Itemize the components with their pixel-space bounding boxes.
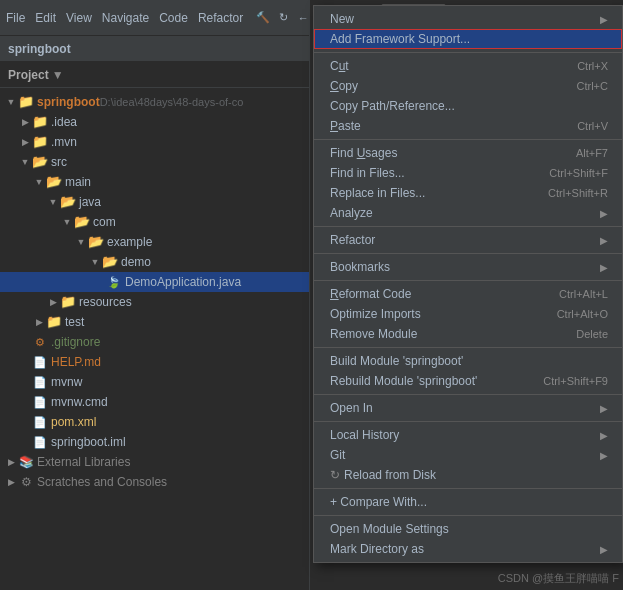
iml-label: springboot.iml [51,433,126,451]
reformat-shortcut: Ctrl+Alt+L [559,288,608,300]
list-item[interactable]: ▶ 📁 .idea [0,112,309,132]
bookmarks-label: Bookmarks [330,260,594,274]
example-label: example [107,233,152,251]
menu-item-optimize[interactable]: Optimize Imports Ctrl+Alt+O [314,304,622,324]
menu-item-compare[interactable]: + Compare With... [314,492,622,512]
menu-item-find-usages[interactable]: Find Usages Alt+F7 [314,143,622,163]
menu-file[interactable]: File [6,11,25,25]
bookmarks-arrow-icon: ▶ [600,262,608,273]
menu-view[interactable]: View [66,11,92,25]
menu-code[interactable]: Code [159,11,188,25]
menu-item-reload[interactable]: ↻ Reload from Disk [314,465,622,485]
paste-label: Paste [330,119,557,133]
tree-root[interactable]: ▼ 📁 springboot D:\idea\48days\48-days-of… [0,92,309,112]
copy-shortcut: Ctrl+C [577,80,608,92]
list-item[interactable]: ▶ 📁 .mvn [0,132,309,152]
menu-item-rebuild[interactable]: Rebuild Module 'springboot' Ctrl+Shift+F… [314,371,622,391]
list-item[interactable]: ▼ 📂 src [0,152,309,172]
open-in-label: Open In [330,401,594,415]
menu-item-open-in[interactable]: Open In ▶ [314,398,622,418]
panel-title: springboot [8,42,71,56]
list-item[interactable]: ▼ 📂 java [0,192,309,212]
copy-label: Copy [330,79,557,93]
refactor-label: Refactor [330,233,594,247]
find-files-label: Find in Files... [330,166,529,180]
list-item[interactable]: 🍃 DemoApplication.java [0,272,309,292]
menu-item-copy-path[interactable]: Copy Path/Reference... [314,96,622,116]
rebuild-label: Rebuild Module 'springboot' [330,374,523,388]
separator-7 [314,394,622,395]
list-item[interactable]: 📄 springboot.iml [0,432,309,452]
list-item[interactable]: ⚙ .gitignore [0,332,309,352]
menu-refactor[interactable]: Refactor [198,11,243,25]
menu-item-cut[interactable]: Cut Ctrl+X [314,56,622,76]
menu-item-analyze[interactable]: Analyze ▶ [314,203,622,223]
list-item[interactable]: ▼ 📂 com [0,212,309,232]
test-folder-icon: 📁 [46,314,62,330]
root-folder-icon: 📁 [18,94,34,110]
sync-icon[interactable]: ↻ [275,10,291,26]
menu-item-copy[interactable]: Copy Ctrl+C [314,76,622,96]
menu-item-build[interactable]: Build Module 'springboot' [314,351,622,371]
compare-label: + Compare With... [330,495,608,509]
menu-item-git[interactable]: Git ▶ [314,445,622,465]
analyze-label: Analyze [330,206,594,220]
root-path: D:\idea\48days\48-days-of-co [100,93,244,111]
cut-label: Cut [330,59,557,73]
menu-item-add-framework[interactable]: Add Framework Support... [314,29,622,49]
refactor-arrow-icon: ▶ [600,235,608,246]
scratches-label: Scratches and Consoles [37,473,167,491]
find-files-shortcut: Ctrl+Shift+F [549,167,608,179]
test-label: test [65,313,84,331]
list-item[interactable]: ▼ 📂 example [0,232,309,252]
mvnw-label: mvnw [51,373,82,391]
menu-navigate[interactable]: Navigate [102,11,149,25]
list-item[interactable]: 📄 pom.xml [0,412,309,432]
separator-5 [314,280,622,281]
list-item[interactable]: ▶ 📁 test [0,312,309,332]
menu-edit[interactable]: Edit [35,11,56,25]
menu-item-paste[interactable]: Paste Ctrl+V [314,116,622,136]
menu-item-remove-module[interactable]: Remove Module Delete [314,324,622,344]
replace-files-shortcut: Ctrl+Shift+R [548,187,608,199]
menu-item-local-history[interactable]: Local History ▶ [314,425,622,445]
demo-folder-icon: 📂 [102,254,118,270]
src-folder-icon: 📂 [32,154,48,170]
build-icon[interactable]: 🔨 [255,10,271,26]
separator-1 [314,52,622,53]
gitignore-icon: ⚙ [32,334,48,350]
new-arrow-icon: ▶ [600,14,608,25]
list-item[interactable]: ▼ 📂 demo [0,252,309,272]
menu-item-bookmarks[interactable]: Bookmarks ▶ [314,257,622,277]
file-tree: ▼ 📁 springboot D:\idea\48days\48-days-of… [0,88,309,496]
back-icon[interactable]: ← [295,10,311,26]
watermark: CSDN @摸鱼王胖喵喵 F [498,571,619,586]
idea-folder-icon: 📁 [32,114,48,130]
help-icon: 📄 [32,354,48,370]
open-module-settings-label: Open Module Settings [330,522,608,536]
mvnwcmd-label: mvnw.cmd [51,393,108,411]
list-item[interactable]: 📄 mvnw [0,372,309,392]
copy-path-label: Copy Path/Reference... [330,99,608,113]
menu-item-open-module-settings[interactable]: Open Module Settings [314,519,622,539]
menu-item-mark-dir[interactable]: Mark Directory as ▶ [314,539,622,559]
project-arrow[interactable]: ▼ [52,68,64,82]
com-label: com [93,213,116,231]
menu-item-new[interactable]: New ▶ [314,9,622,29]
menu-item-find-files[interactable]: Find in Files... Ctrl+Shift+F [314,163,622,183]
list-item[interactable]: ▶ 📁 resources [0,292,309,312]
menu-item-replace-files[interactable]: Replace in Files... Ctrl+Shift+R [314,183,622,203]
list-item[interactable]: ▶ 📚 External Libraries [0,452,309,472]
menu-item-reformat[interactable]: Reformat Code Ctrl+Alt+L [314,284,622,304]
resources-folder-icon: 📁 [60,294,76,310]
list-item[interactable]: ▶ ⚙ Scratches and Consoles [0,472,309,492]
separator-10 [314,515,622,516]
context-menu: New ▶ Add Framework Support... Cut Ctrl+… [313,5,623,563]
list-item[interactable]: 📄 mvnw.cmd [0,392,309,412]
list-item[interactable]: ▼ 📂 main [0,172,309,192]
resources-label: resources [79,293,132,311]
ide-panel: File Edit View Navigate Code Refactor 🔨 … [0,0,310,590]
mvnw-icon: 📄 [32,374,48,390]
menu-item-refactor[interactable]: Refactor ▶ [314,230,622,250]
list-item[interactable]: 📄 HELP.md [0,352,309,372]
